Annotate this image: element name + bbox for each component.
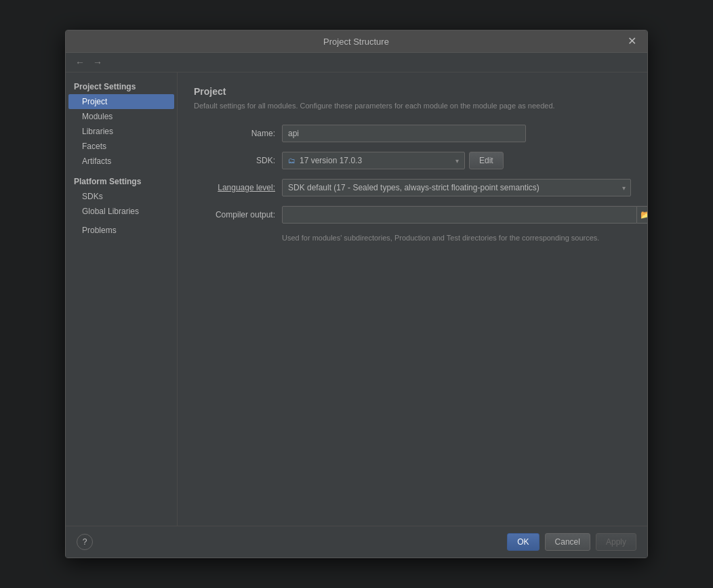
sidebar-item-project[interactable]: Project [68, 94, 174, 109]
chevron-down-icon: ▾ [455, 157, 459, 165]
project-settings-section-label: Project Settings [66, 78, 177, 94]
language-level-row: Language level: SDK default (17 - Sealed… [194, 179, 631, 196]
compiler-browse-button[interactable]: 📂 [637, 206, 647, 224]
compiler-output-row: Compiler output: 📂 [194, 206, 631, 224]
compiler-output-input[interactable] [282, 206, 637, 224]
compiler-output-label: Compiler output: [194, 210, 282, 219]
project-structure-dialog: Project Structure ✕ ← → Project Settings… [65, 30, 648, 558]
sidebar: Project Settings Project Modules Librari… [66, 72, 178, 526]
name-label: Name: [194, 129, 282, 138]
dialog-titlebar: Project Structure ✕ [66, 30, 647, 53]
folder-icon: 📂 [640, 210, 647, 219]
sidebar-item-global-libraries[interactable]: Global Libraries [66, 204, 177, 219]
sidebar-item-problems[interactable]: Problems [66, 223, 177, 238]
close-button[interactable]: ✕ [625, 36, 639, 47]
forward-button[interactable]: → [89, 56, 106, 69]
sidebar-item-libraries[interactable]: Libraries [66, 124, 177, 139]
sidebar-item-modules[interactable]: Modules [66, 109, 177, 124]
section-title: Project [194, 86, 631, 97]
sdk-dropdown[interactable]: 🗂 17 version 17.0.3 ▾ [282, 152, 465, 169]
sdk-value: 17 version 17.0.3 [300, 156, 362, 165]
compiler-controls: 📂 [282, 206, 647, 224]
apply-button[interactable]: Apply [596, 533, 636, 551]
name-input[interactable] [282, 125, 526, 142]
sdk-row: SDK: 🗂 17 version 17.0.3 ▾ Edit [194, 152, 631, 169]
ok-button[interactable]: OK [507, 533, 539, 551]
platform-settings-section-label: Platform Settings [66, 173, 177, 189]
sdk-icon: 🗂 [288, 156, 296, 165]
sdk-label: SDK: [194, 156, 282, 165]
help-button[interactable]: ? [77, 534, 93, 550]
main-content: Project Default settings for all modules… [178, 72, 647, 526]
cancel-button[interactable]: Cancel [545, 533, 590, 551]
dialog-body: Project Settings Project Modules Librari… [66, 72, 647, 526]
sidebar-item-facets[interactable]: Facets [66, 139, 177, 154]
sdk-controls: 🗂 17 version 17.0.3 ▾ Edit [282, 152, 504, 169]
language-level-select[interactable]: SDK default (17 - Sealed types, always-s… [282, 179, 631, 196]
sidebar-item-sdks[interactable]: SDKs [66, 189, 177, 204]
dialog-footer: ? OK Cancel Apply [66, 526, 647, 558]
language-level-wrapper: SDK default (17 - Sealed types, always-s… [282, 179, 631, 196]
section-description: Default settings for all modules. Config… [194, 101, 631, 111]
back-button[interactable]: ← [71, 56, 89, 69]
name-row: Name: [194, 125, 631, 142]
language-level-label: Language level: [194, 183, 282, 192]
sidebar-item-artifacts[interactable]: Artifacts [66, 154, 177, 169]
dialog-nav: ← → [66, 53, 647, 72]
compiler-hint: Used for modules' subdirectories, Produc… [282, 233, 631, 243]
sdk-display-text: 🗂 17 version 17.0.3 [288, 156, 362, 165]
edit-button[interactable]: Edit [469, 152, 504, 169]
dialog-title: Project Structure [87, 37, 625, 47]
